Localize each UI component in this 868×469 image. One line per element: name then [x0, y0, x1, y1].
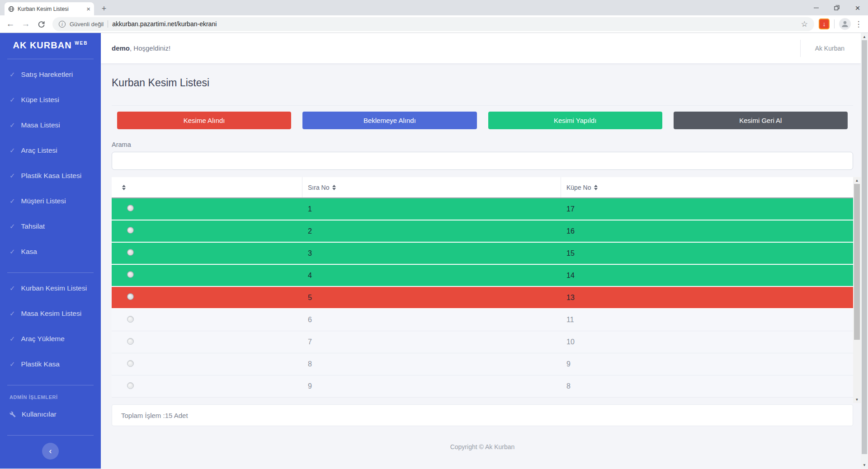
tab-close-icon[interactable]: ×: [86, 5, 90, 12]
table-scrollbar-thumb[interactable]: [854, 184, 860, 340]
table-row[interactable]: 1 17: [112, 198, 853, 220]
sidebar-divider: [7, 59, 94, 59]
reload-icon[interactable]: [34, 17, 48, 31]
admin-section-label: ADMİN İŞLEMLERİ: [0, 388, 101, 402]
restore-button[interactable]: [826, 0, 847, 15]
row-radio[interactable]: [127, 227, 134, 234]
sort-icon: [122, 185, 126, 190]
browser-tab[interactable]: Kurban Kesim Listesi ×: [5, 2, 94, 15]
account-name[interactable]: Ak Kurban: [815, 45, 844, 52]
main-area: demo, Hoşgeldiniz! Ak Kurban Kurban Kesi…: [101, 33, 861, 469]
check-icon: ✓: [9, 222, 15, 230]
column-header-sira-no[interactable]: Sıra No: [302, 177, 561, 197]
table-row[interactable]: 6 11: [112, 309, 853, 331]
username: demo: [112, 44, 130, 52]
column-header-kupe-no[interactable]: Küpe No: [561, 177, 853, 197]
sidebar-item-kasa[interactable]: ✓ Kasa: [0, 239, 101, 264]
sidebar-item-kupe-listesi[interactable]: ✓ Küpe Listesi: [0, 87, 101, 113]
close-button[interactable]: ×: [847, 0, 868, 15]
page-header: demo, Hoşgeldiniz! Ak Kurban: [101, 33, 861, 63]
sidebar-item-arac-yukleme[interactable]: ✓ Araç Yükleme: [0, 326, 101, 352]
sidebar-item-plastik-kasa[interactable]: ✓ Plastik Kasa: [0, 352, 101, 377]
sidebar-item-masa-listesi[interactable]: ✓ Masa Listesi: [0, 113, 101, 138]
sidebar-item-masa-kesim-listesi[interactable]: ✓ Masa Kesim Listesi: [0, 301, 101, 326]
row-radio[interactable]: [127, 249, 134, 256]
search-input[interactable]: [112, 152, 853, 170]
table-row[interactable]: 9 8: [112, 375, 853, 398]
sidebar-divider: [7, 385, 94, 385]
check-icon: ✓: [9, 248, 15, 256]
table-row[interactable]: 7 10: [112, 331, 853, 353]
table-scrollbar[interactable]: ▲ ▼: [853, 177, 861, 403]
table-row[interactable]: 4 14: [112, 265, 853, 287]
row-radio[interactable]: [127, 293, 134, 300]
scroll-up-icon[interactable]: ▲: [853, 177, 861, 184]
row-radio[interactable]: [127, 271, 134, 278]
sidebar-item-plastik-kasa-listesi[interactable]: ✓ Plastik Kasa Listesi: [0, 163, 101, 188]
forward-icon[interactable]: →: [19, 17, 33, 31]
check-icon: ✓: [9, 360, 15, 368]
check-icon: ✓: [9, 70, 15, 79]
beklemeye-alindi-button[interactable]: Beklemeye Alındı: [302, 112, 476, 129]
page-scrollbar[interactable]: ▲ ▼: [861, 33, 868, 469]
toolbar-divider: [834, 19, 835, 28]
kesime-alindi-button[interactable]: Kesime Alındı: [117, 112, 291, 129]
table-row[interactable]: 5 13: [112, 287, 853, 309]
security-label: Güvenli değil: [70, 21, 104, 28]
row-radio[interactable]: [127, 360, 134, 367]
page-title: Kurban Kesim Listesi: [112, 77, 853, 89]
scroll-up-icon[interactable]: ▲: [861, 33, 868, 40]
search-label: Arama: [112, 141, 853, 148]
content-divider: [112, 105, 853, 106]
address-bar[interactable]: i Güvenli değil akkurban.pazartimi.net/k…: [52, 17, 814, 31]
back-icon[interactable]: ←: [4, 17, 17, 31]
sidebar-item-kullanicilar[interactable]: Kullanıcılar: [0, 402, 101, 427]
brand-logo: AK KURBAN WEB: [0, 40, 101, 51]
browser-window: Kurban Kesim Listesi × + × ← → i: [0, 0, 868, 469]
copyright-text: Copyright © Ak Kurban: [112, 443, 853, 450]
check-icon: ✓: [9, 146, 15, 155]
scroll-down-icon[interactable]: ▼: [853, 396, 861, 403]
extension-icon[interactable]: ↓: [819, 19, 830, 29]
scroll-down-icon[interactable]: ▼: [861, 461, 868, 469]
check-icon: ✓: [9, 121, 15, 129]
globe-icon: [8, 6, 14, 12]
table-row[interactable]: 2 16: [112, 220, 853, 243]
row-radio[interactable]: [127, 316, 134, 323]
sidebar-item-arac-listesi[interactable]: ✓ Araç Listesi: [0, 138, 101, 163]
sidebar-item-kurban-kesim-listesi[interactable]: ✓ Kurban Kesim Listesi: [0, 276, 101, 301]
check-icon: ✓: [9, 96, 15, 104]
content-area: Kurban Kesim Listesi Kesime Alındı Bekle…: [101, 63, 861, 469]
sidebar-item-satis-hareketleri[interactable]: ✓ Satış Hareketleri: [0, 62, 101, 87]
row-radio[interactable]: [127, 382, 134, 389]
summary-box: Toplam İşlem :15 Adet: [112, 404, 853, 426]
sort-icon: [594, 185, 598, 190]
kesimi-yapildi-button[interactable]: Kesimi Yapıldı: [488, 112, 662, 129]
browser-menu-icon[interactable]: ⋮: [853, 19, 864, 29]
window-controls: ×: [806, 0, 868, 15]
omnibox-divider: [108, 20, 108, 28]
new-tab-button[interactable]: +: [98, 2, 110, 15]
row-radio[interactable]: [127, 205, 134, 211]
profile-avatar-icon[interactable]: [839, 18, 851, 30]
check-icon: ✓: [9, 284, 15, 292]
summary-text: Toplam İşlem :15 Adet: [121, 412, 188, 419]
url-text[interactable]: akkurban.pazartimi.net/kurban-ekrani: [112, 20, 797, 28]
chevron-left-icon: ‹: [49, 446, 52, 456]
info-icon[interactable]: i: [59, 21, 66, 28]
minimize-button[interactable]: [806, 0, 826, 15]
table-row[interactable]: 3 15: [112, 243, 853, 265]
welcome-text: demo, Hoşgeldiniz!: [112, 44, 170, 52]
sidebar-item-tahsilat[interactable]: ✓ Tahsilat: [0, 214, 101, 239]
kesimi-geri-al-button[interactable]: Kesimi Geri Al: [674, 112, 848, 129]
bookmark-star-icon[interactable]: ☆: [801, 19, 808, 29]
sidebar-item-musteri-listesi[interactable]: ✓ Müşteri Listesi: [0, 188, 101, 214]
check-icon: ✓: [9, 172, 15, 180]
page-scrollbar-thumb[interactable]: [862, 40, 867, 454]
table-row[interactable]: 8 9: [112, 353, 853, 375]
tab-title: Kurban Kesim Listesi: [18, 6, 83, 12]
sidebar-collapse-button[interactable]: ‹: [42, 443, 59, 460]
column-header-select[interactable]: [112, 177, 302, 197]
row-radio[interactable]: [127, 338, 134, 345]
browser-tabstrip: Kurban Kesim Listesi × + ×: [0, 0, 868, 15]
